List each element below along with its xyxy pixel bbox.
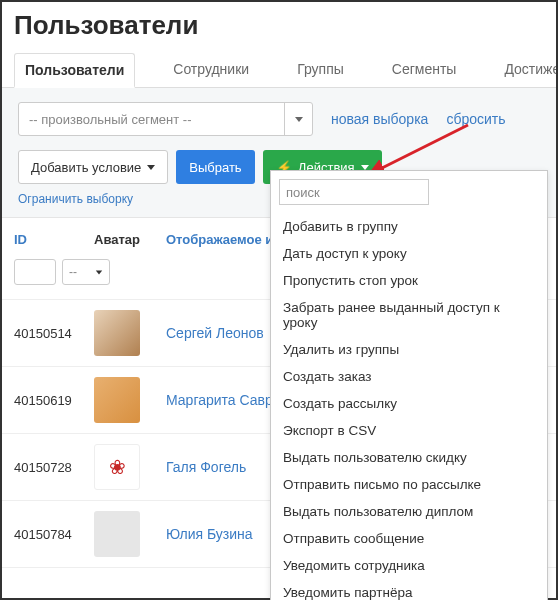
row-name-link[interactable]: Сергей Леонов <box>166 325 264 341</box>
dropdown-item[interactable]: Отправить письмо по рассылке <box>271 471 547 498</box>
dropdown-search-placeholder: поиск <box>286 185 320 200</box>
row-name-link[interactable]: Галя Фогель <box>166 459 246 475</box>
dropdown-item[interactable]: Выдать пользователю диплом <box>271 498 547 525</box>
new-selection-link[interactable]: новая выборка <box>331 111 428 127</box>
actions-dropdown: поиск Добавить в группуДать доступ к уро… <box>270 170 548 600</box>
dropdown-item[interactable]: Пропустить стоп урок <box>271 267 547 294</box>
segment-select[interactable]: -- произвольный сегмент -- <box>18 102 313 136</box>
filter-id-input[interactable] <box>14 259 56 285</box>
avatar <box>94 511 166 557</box>
row-id: 40150784 <box>14 527 94 542</box>
avatar <box>94 377 166 423</box>
col-avatar: Аватар <box>94 232 166 247</box>
dropdown-item[interactable]: Создать рассылку <box>271 390 547 417</box>
tab-segments[interactable]: Сегменты <box>382 53 467 87</box>
add-condition-button[interactable]: Добавить условие <box>18 150 168 184</box>
chevron-down-icon <box>284 103 312 135</box>
dropdown-item[interactable]: Уведомить партнёра <box>271 579 547 600</box>
page-title: Пользователи <box>2 2 556 53</box>
dropdown-item[interactable]: Выдать пользователю скидку <box>271 444 547 471</box>
tabs: Пользователи Сотрудники Группы Сегменты … <box>2 53 556 88</box>
select-button[interactable]: Выбрать <box>176 150 254 184</box>
dropdown-item[interactable]: Добавить в группу <box>271 213 547 240</box>
dropdown-item[interactable]: Удалить из группы <box>271 336 547 363</box>
select-label: Выбрать <box>189 160 241 175</box>
add-condition-label: Добавить условие <box>31 160 141 175</box>
dropdown-search-input[interactable]: поиск <box>279 179 429 205</box>
dropdown-item[interactable]: Создать заказ <box>271 363 547 390</box>
row-id: 40150514 <box>14 326 94 341</box>
reset-link[interactable]: сбросить <box>446 111 505 127</box>
row-name-link[interactable]: Юлия Бузина <box>166 526 253 542</box>
filter-avatar-select[interactable]: -- <box>62 259 110 285</box>
filter-avatar-placeholder: -- <box>69 265 77 279</box>
chevron-down-icon <box>147 165 155 170</box>
tab-achievements[interactable]: Достижения <box>494 53 558 87</box>
avatar <box>94 310 166 356</box>
chevron-down-icon <box>361 165 369 170</box>
tab-employees[interactable]: Сотрудники <box>163 53 259 87</box>
dropdown-item[interactable]: Дать доступ к уроку <box>271 240 547 267</box>
segment-placeholder: -- произвольный сегмент -- <box>19 112 284 127</box>
dropdown-item[interactable]: Уведомить сотрудника <box>271 552 547 579</box>
dropdown-item[interactable]: Забрать ранее выданный доступ к уроку <box>271 294 547 336</box>
limit-selection-link[interactable]: Ограничить выборку <box>18 192 133 206</box>
chevron-down-icon <box>96 270 102 274</box>
avatar <box>94 444 166 490</box>
dropdown-item[interactable]: Отправить сообщение <box>271 525 547 552</box>
dropdown-item[interactable]: Экспорт в CSV <box>271 417 547 444</box>
tab-groups[interactable]: Группы <box>287 53 354 87</box>
row-id: 40150728 <box>14 460 94 475</box>
row-id: 40150619 <box>14 393 94 408</box>
col-id[interactable]: ID <box>14 232 94 247</box>
tab-users[interactable]: Пользователи <box>14 53 135 88</box>
